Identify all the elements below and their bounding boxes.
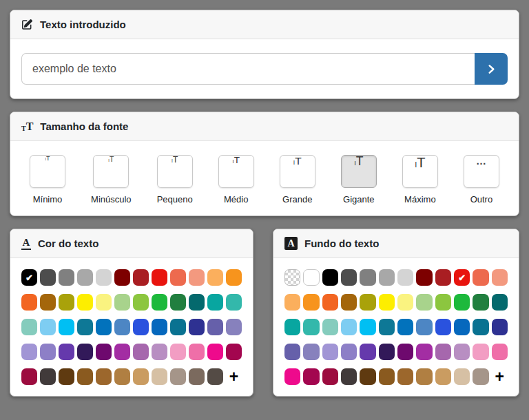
color-swatch[interactable]: [40, 319, 56, 335]
color-swatch[interactable]: [341, 294, 357, 311]
color-swatch[interactable]: [21, 344, 37, 360]
color-swatch[interactable]: [341, 368, 357, 385]
color-swatch[interactable]: [360, 294, 375, 311]
color-swatch[interactable]: [322, 344, 338, 360]
transparent-swatch[interactable]: [284, 269, 300, 286]
color-swatch[interactable]: [492, 269, 508, 286]
color-swatch[interactable]: [152, 368, 167, 385]
color-swatch[interactable]: [96, 344, 112, 360]
color-swatch[interactable]: [492, 344, 508, 360]
color-swatch[interactable]: [40, 294, 56, 311]
color-swatch[interactable]: [303, 368, 319, 385]
color-swatch[interactable]: [207, 319, 223, 335]
color-swatch[interactable]: [379, 294, 395, 311]
color-swatch[interactable]: [226, 269, 242, 286]
size-button-minusculo[interactable]: IT: [93, 155, 129, 188]
color-swatch[interactable]: [77, 269, 93, 286]
color-swatch[interactable]: [152, 319, 167, 335]
color-swatch[interactable]: [397, 294, 413, 311]
color-swatch[interactable]: [40, 368, 56, 385]
color-swatch[interactable]: [322, 269, 338, 286]
color-swatch[interactable]: ✔: [21, 269, 37, 286]
color-swatch[interactable]: [416, 368, 432, 385]
color-swatch[interactable]: [473, 368, 488, 385]
add-color-button[interactable]: +: [492, 368, 508, 385]
color-swatch[interactable]: [303, 344, 319, 360]
color-swatch[interactable]: [170, 319, 186, 335]
color-swatch[interactable]: [189, 344, 205, 360]
color-swatch[interactable]: ✔: [454, 269, 470, 286]
color-swatch[interactable]: [114, 319, 130, 335]
color-swatch[interactable]: [284, 319, 300, 335]
color-swatch[interactable]: [379, 368, 395, 385]
color-swatch[interactable]: [397, 368, 413, 385]
size-button-pequeno[interactable]: IT: [157, 155, 193, 188]
color-swatch[interactable]: [341, 269, 357, 286]
color-swatch[interactable]: [322, 294, 338, 311]
color-swatch[interactable]: [96, 368, 112, 385]
color-swatch[interactable]: [21, 294, 37, 311]
color-swatch[interactable]: [492, 319, 508, 335]
color-swatch[interactable]: [77, 344, 93, 360]
color-swatch[interactable]: [114, 368, 130, 385]
color-swatch[interactable]: [189, 294, 205, 311]
text-input[interactable]: [21, 53, 475, 85]
color-swatch[interactable]: [226, 319, 242, 335]
add-color-button[interactable]: +: [226, 368, 242, 385]
color-swatch[interactable]: [133, 269, 149, 286]
color-swatch[interactable]: [454, 344, 470, 360]
color-swatch[interactable]: [379, 269, 395, 286]
size-button-medio[interactable]: IT: [218, 155, 254, 188]
color-swatch[interactable]: [492, 294, 508, 311]
color-swatch[interactable]: [170, 269, 186, 286]
color-swatch[interactable]: [435, 319, 451, 335]
color-swatch[interactable]: [170, 294, 186, 311]
color-swatch[interactable]: [416, 319, 432, 335]
color-swatch[interactable]: [133, 344, 149, 360]
color-swatch[interactable]: [77, 368, 93, 385]
color-swatch[interactable]: [77, 319, 93, 335]
color-swatch[interactable]: [416, 294, 432, 311]
size-button-gigante[interactable]: IT: [341, 155, 377, 188]
color-swatch[interactable]: [114, 269, 130, 286]
color-swatch[interactable]: [435, 294, 451, 311]
size-button-maximo[interactable]: IT: [402, 155, 438, 188]
color-swatch[interactable]: [40, 269, 56, 286]
color-swatch[interactable]: [435, 269, 451, 286]
color-swatch[interactable]: [341, 344, 357, 360]
color-swatch[interactable]: [454, 319, 470, 335]
color-swatch[interactable]: [284, 294, 300, 311]
color-swatch[interactable]: [170, 368, 186, 385]
color-swatch[interactable]: [360, 319, 375, 335]
size-button-outro[interactable]: …: [464, 155, 499, 188]
color-swatch[interactable]: [416, 344, 432, 360]
color-swatch[interactable]: [341, 319, 357, 335]
color-swatch[interactable]: [189, 368, 205, 385]
color-swatch[interactable]: [303, 269, 319, 286]
color-swatch[interactable]: [454, 294, 470, 311]
color-swatch[interactable]: [416, 269, 432, 286]
color-swatch[interactable]: [397, 319, 413, 335]
color-swatch[interactable]: [133, 368, 149, 385]
color-swatch[interactable]: [96, 269, 112, 286]
size-button-grande[interactable]: IT: [280, 155, 315, 188]
color-swatch[interactable]: [284, 368, 300, 385]
color-swatch[interactable]: [473, 319, 488, 335]
color-swatch[interactable]: [152, 269, 167, 286]
color-swatch[interactable]: [207, 269, 223, 286]
color-swatch[interactable]: [133, 319, 149, 335]
color-swatch[interactable]: [59, 294, 74, 311]
color-swatch[interactable]: [360, 269, 375, 286]
color-swatch[interactable]: [303, 294, 319, 311]
color-swatch[interactable]: [152, 294, 167, 311]
color-swatch[interactable]: [454, 368, 470, 385]
color-swatch[interactable]: [170, 344, 186, 360]
color-swatch[interactable]: [473, 294, 488, 311]
color-swatch[interactable]: [189, 319, 205, 335]
color-swatch[interactable]: [360, 344, 375, 360]
color-swatch[interactable]: [114, 344, 130, 360]
color-swatch[interactable]: [152, 344, 167, 360]
color-swatch[interactable]: [435, 368, 451, 385]
color-swatch[interactable]: [226, 294, 242, 311]
color-swatch[interactable]: [40, 344, 56, 360]
